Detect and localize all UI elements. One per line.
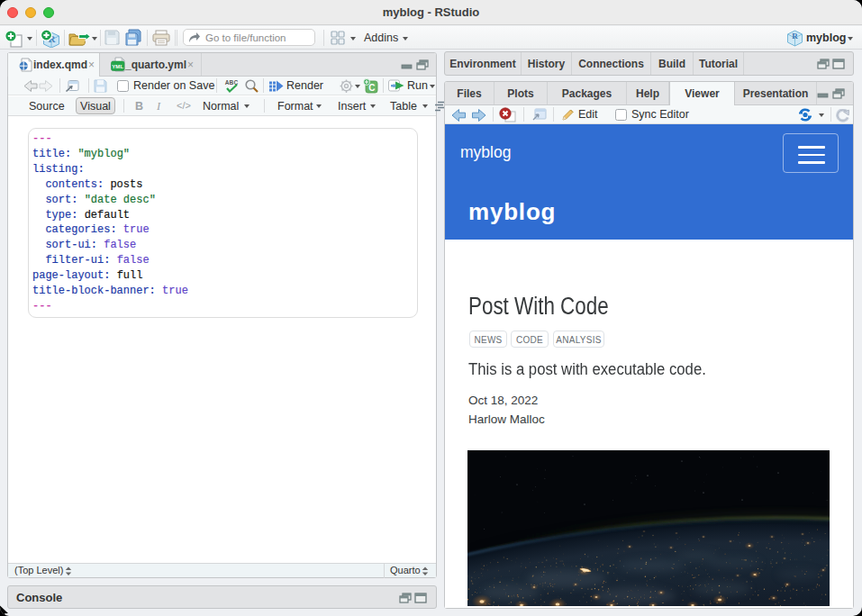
svg-text:R: R — [792, 32, 798, 41]
svg-text:YML: YML — [112, 64, 123, 69]
svg-text:C: C — [368, 83, 375, 93]
